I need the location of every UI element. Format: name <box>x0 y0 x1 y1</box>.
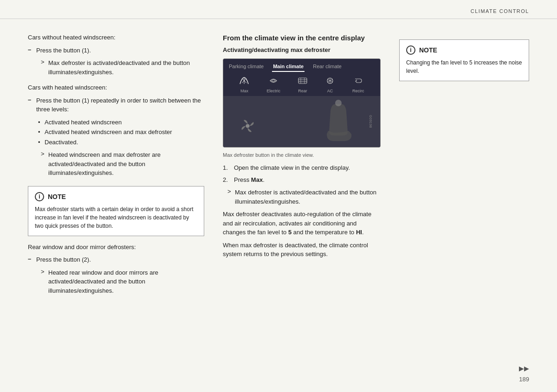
page-header: CLIMATE CONTROL <box>0 0 557 19</box>
note-text-1: Max defroster starts with a certain dela… <box>35 205 197 230</box>
step-1: 1. Open the climate view in the centre d… <box>223 163 381 173</box>
dash-item-2: – Press the button (1) repeatedly in ord… <box>28 96 204 180</box>
arrow-item-3: > Heated rear window and door mirrors ar… <box>36 268 204 296</box>
arrow-symbol-center: > <box>227 188 235 195</box>
arrow-content-2: Heated windscreen and max defroster are … <box>48 150 204 178</box>
note-label-1: NOTE <box>48 193 66 200</box>
info-icon-2: i <box>406 45 415 55</box>
max-label: Max <box>240 89 248 93</box>
arrow-item-1: > Max defroster is activated/deactivated… <box>36 58 204 77</box>
note-header-2: i NOTE <box>406 45 522 55</box>
content-area: Cars without heated windscreen: – Press … <box>0 19 557 313</box>
electric-icon <box>268 77 278 87</box>
step-2: 2. Press Max. <box>223 175 381 185</box>
center-sub-title: Activating/deactivating max defroster <box>223 45 381 55</box>
svg-point-12 <box>246 124 250 128</box>
step-content-2: Press Max. <box>234 175 381 185</box>
arrow-content-3: Heated rear window and door mirrors are … <box>48 268 204 296</box>
center-para1: Max defroster deactivates auto-regulatio… <box>223 210 381 237</box>
dash-content-1: Press the button (1). > Max defroster is… <box>36 46 204 79</box>
page: CLIMATE CONTROL Cars without heated wind… <box>0 0 557 392</box>
dash-symbol-3: – <box>28 255 36 262</box>
max-icon <box>239 77 249 87</box>
rear-icon <box>298 77 308 87</box>
climate-tabs: Parking climate Main climate Rear climat… <box>223 59 380 72</box>
recirc-icon <box>353 77 363 87</box>
step-num-2: 2. <box>223 175 234 185</box>
arrow-item-2: > Heated windscreen and max defroster ar… <box>36 150 204 178</box>
dash-symbol: – <box>28 46 36 53</box>
climate-btn-recirc[interactable]: Recirc <box>352 77 364 93</box>
electric-label: Electric <box>266 89 280 93</box>
ac-icon <box>325 77 335 87</box>
rear-press: Press the button (2). <box>36 255 204 264</box>
svg-point-13 <box>335 100 342 106</box>
climate-main-area: G09198 <box>223 96 380 147</box>
list-item: Activated heated windscreen <box>36 118 204 127</box>
image-id: G09198 <box>369 115 373 128</box>
nav-arrows[interactable]: ▶▶ <box>519 365 529 372</box>
arrow-content-1: Max defroster is activated/deactivated a… <box>48 58 204 77</box>
info-icon-1: i <box>35 192 44 201</box>
arrow-symbol-2: > <box>41 150 48 157</box>
dash-symbol-2: – <box>28 96 36 103</box>
dash-content-2: Press the button (1) repeatedly in order… <box>36 96 204 180</box>
header-title: CLIMATE CONTROL <box>471 8 529 14</box>
arrow-symbol-3: > <box>41 268 48 275</box>
fan-graphic <box>237 116 258 138</box>
center-section-title: From the climate view in the centre disp… <box>223 33 381 43</box>
svg-rect-3 <box>298 78 307 84</box>
list-item: Deactivated. <box>36 138 204 147</box>
ac-label: AC <box>327 89 333 93</box>
section2-heading: Cars with heated windscreen: <box>28 83 204 92</box>
levels-list: Activated heated windscreen Activated he… <box>36 118 204 147</box>
page-number: 189 <box>519 376 529 383</box>
seat-graphic <box>315 99 362 147</box>
climate-icons-row: Max Electric <box>223 72 380 96</box>
cars-without-press: Press the button (1). <box>36 46 204 55</box>
section1-heading: Cars without heated windscreen: <box>28 33 204 42</box>
center-para2: When max defroster is deactivated, the c… <box>223 241 381 259</box>
dash-item-3: – Press the button (2). > Heated rear wi… <box>28 255 204 297</box>
climate-caption: Max defroster button in the climate view… <box>223 151 381 159</box>
steps-list: 1. Open the climate view in the centre d… <box>223 163 381 184</box>
climate-btn-ac[interactable]: AC <box>325 77 335 93</box>
note-box-2: i NOTE Changing the fan level to 5 incre… <box>399 39 529 81</box>
left-column: Cars without heated windscreen: – Press … <box>28 33 204 299</box>
right-column: i NOTE Changing the fan level to 5 incre… <box>399 33 529 299</box>
note-label-2: NOTE <box>419 46 437 54</box>
tab-parking[interactable]: Parking climate <box>228 62 265 72</box>
note-box-1: i NOTE Max defroster starts with a certa… <box>28 186 204 236</box>
dash-content-3: Press the button (2). > Heated rear wind… <box>36 255 204 297</box>
center-column: From the climate view in the centre disp… <box>223 33 381 299</box>
footer: ▶▶ 189 <box>519 365 529 383</box>
climate-btn-max[interactable]: Max <box>239 77 249 93</box>
climate-btn-rear[interactable]: Rear <box>298 77 308 93</box>
note-text-2: Changing the fan level to 5 increases th… <box>406 58 522 75</box>
list-item: Activated heated windscreen and max defr… <box>36 128 204 137</box>
step-num-1: 1. <box>223 163 234 173</box>
recirc-label: Recirc <box>352 89 364 93</box>
rear-label: Rear <box>298 89 307 93</box>
step2-arrow-text: Max defroster is activated/deactivated a… <box>235 188 381 206</box>
tab-rear[interactable]: Rear climate <box>312 62 343 72</box>
cars-with-press: Press the button (1) repeatedly in order… <box>36 96 204 114</box>
arrow-symbol: > <box>41 58 48 65</box>
step-content-1: Open the climate view in the centre disp… <box>234 163 381 173</box>
dash-item-1: – Press the button (1). > Max defroster … <box>28 46 204 79</box>
climate-btn-electric[interactable]: Electric <box>266 77 280 93</box>
section3-heading: Rear window and door mirror defrosters: <box>28 243 204 252</box>
step2-arrow: > Max defroster is activated/deactivated… <box>223 188 381 206</box>
tab-main[interactable]: Main climate <box>272 62 304 72</box>
note-header-1: i NOTE <box>35 192 197 201</box>
climate-display: Parking climate Main climate Rear climat… <box>223 58 381 148</box>
